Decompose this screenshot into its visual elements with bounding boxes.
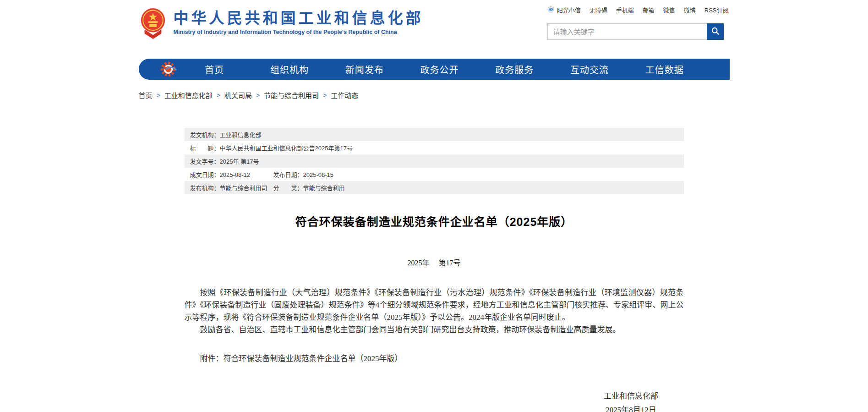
meta-label: 发布日期：	[273, 171, 303, 178]
meta-cell: 发布机构：节能与综合利用司	[190, 183, 273, 192]
site-header: 中华人民共和国工业和信息化部 Ministry of Industry and …	[139, 0, 730, 47]
meta-cell: 标 题：中华人民共和国工业和信息化部公告2025年第17号	[190, 143, 353, 152]
breadcrumb-separator: >	[256, 92, 260, 99]
meta-value: 工业和信息化部	[220, 132, 262, 138]
site-brand: 中华人民共和国工业和信息化部 Ministry of Industry and …	[139, 7, 424, 41]
meta-label: 分 类：	[273, 185, 303, 192]
meta-cell: 发文机构：工业和信息化部	[190, 130, 262, 139]
top-link-mobile[interactable]: 手机端	[616, 5, 634, 14]
nav-item-home[interactable]: 首页	[177, 63, 252, 76]
breadcrumb-item-energy-conservation-dept[interactable]: 节能与综合利用司	[264, 90, 319, 100]
meta-row-publisher-category: 发布机构：节能与综合利用司 分 类：节能与综合利用	[185, 181, 684, 194]
signature-org: 工业和信息化部	[579, 391, 684, 401]
article-paragraph: 按照《环保装备制造行业（大气治理）规范条件》《环保装备制造行业（污水治理）规范条…	[185, 286, 684, 324]
meta-cell: 成文日期：2025-08-12	[190, 170, 273, 179]
meta-value: 2025-08-15	[303, 171, 334, 178]
search-bar	[547, 23, 724, 40]
announcement-number: 2025年 第17号	[185, 258, 684, 268]
article-body: 按照《环保装备制造行业（大气治理）规范条件》《环保装备制造行业（污水治理）规范条…	[185, 286, 684, 336]
meta-label: 成文日期：	[190, 171, 220, 178]
search-input[interactable]	[547, 23, 707, 40]
top-link-yangguang-xiaoxin[interactable]: 阳光小信	[547, 5, 581, 14]
meta-cell: 分 类：节能与综合利用	[273, 183, 345, 192]
meta-label: 标 题：	[190, 145, 220, 152]
breadcrumb-item-work-updates[interactable]: 工作动态	[331, 90, 358, 100]
brand-text: 中华人民共和国工业和信息化部 Ministry of Industry and …	[174, 7, 424, 35]
national-emblem-icon	[139, 7, 167, 41]
meta-value: 节能与综合利用	[303, 185, 345, 192]
breadcrumb-separator: >	[217, 92, 220, 99]
top-link-accessibility[interactable]: 无障碍	[590, 5, 607, 14]
nav-item-miit-data[interactable]: 工信数据	[627, 63, 702, 76]
meta-row-dates: 成文日期：2025-08-12 发布日期：2025-08-15	[185, 168, 684, 181]
meta-label: 发文机构：	[190, 132, 220, 138]
signature-block: 工业和信息化部 2025年8月12日	[579, 391, 684, 412]
breadcrumb-item-home[interactable]: 首页	[139, 90, 153, 100]
top-link-wechat[interactable]: 微信	[663, 5, 675, 14]
signature-date: 2025年8月12日	[579, 405, 684, 412]
attachment-link[interactable]: 附件：符合环保装备制造业规范条件企业名单（2025年版）	[185, 352, 684, 365]
miit-gear-logo-icon	[160, 60, 177, 78]
nav-items: 首页 组织机构 新闻发布 政务公开 政务服务 互动交流 工信数据	[177, 63, 730, 76]
top-link-weibo[interactable]: 微博	[684, 5, 696, 14]
breadcrumb-separator: >	[157, 92, 160, 99]
meta-row-doc-number: 发文字号：2025年 第17号	[185, 154, 684, 168]
breadcrumb: 首页 > 工业和信息化部 > 机关司局 > 节能与综合利用司 > 工作动态	[139, 90, 730, 100]
nav-item-news[interactable]: 新闻发布	[327, 63, 402, 76]
article-title: 符合环保装备制造业规范条件企业名单（2025年版）	[185, 214, 684, 230]
meta-cell: 发文字号：2025年 第17号	[190, 157, 259, 165]
meta-label: 发布机构：	[190, 185, 220, 192]
search-icon	[711, 27, 720, 37]
site-title: 中华人民共和国工业和信息化部	[174, 10, 424, 27]
nav-item-gov-disclosure[interactable]: 政务公开	[402, 63, 477, 76]
article-paragraph: 鼓励各省、自治区、直辖市工业和信息化主管部门会同当地有关部门研究出台支持政策，推…	[185, 324, 684, 336]
article: 发文机构：工业和信息化部 标 题：中华人民共和国工业和信息化部公告2025年第1…	[185, 128, 684, 412]
nav-item-interaction[interactable]: 互动交流	[552, 63, 627, 76]
document-meta-table: 发文机构：工业和信息化部 标 题：中华人民共和国工业和信息化部公告2025年第1…	[185, 128, 684, 194]
breadcrumb-item-departments[interactable]: 机关司局	[224, 90, 252, 100]
meta-value: 2025-08-12	[220, 171, 251, 178]
meta-row-issuing-agency: 发文机构：工业和信息化部	[185, 128, 684, 141]
meta-cell: 发布日期：2025-08-15	[273, 170, 334, 179]
top-link-mail[interactable]: 邮箱	[643, 5, 655, 14]
search-button[interactable]	[707, 23, 724, 40]
meta-value: 2025年 第17号	[220, 158, 259, 165]
breadcrumb-item-miit[interactable]: 工业和信息化部	[164, 90, 213, 100]
nav-item-organization[interactable]: 组织机构	[252, 63, 327, 76]
breadcrumb-separator: >	[323, 92, 327, 99]
meta-label: 发文字号：	[190, 158, 220, 165]
robot-icon	[547, 5, 555, 14]
main-nav: 首页 组织机构 新闻发布 政务公开 政务服务 互动交流 工信数据	[139, 59, 730, 80]
top-link-rss[interactable]: RSS订阅	[704, 5, 729, 14]
meta-value: 节能与综合利用司	[220, 185, 267, 192]
top-utility-links: 阳光小信 无障碍 手机端 邮箱 微信 微博 RSS订阅	[547, 5, 729, 14]
meta-row-title: 标 题：中华人民共和国工业和信息化部公告2025年第17号	[185, 141, 684, 154]
meta-value: 中华人民共和国工业和信息化部公告2025年第17号	[220, 145, 353, 152]
page-container: 中华人民共和国工业和信息化部 Ministry of Industry and …	[139, 0, 730, 412]
top-link-label: 阳光小信	[557, 5, 581, 14]
site-subtitle-en: Ministry of Industry and Information Tec…	[174, 29, 424, 35]
nav-item-gov-services[interactable]: 政务服务	[477, 63, 552, 76]
